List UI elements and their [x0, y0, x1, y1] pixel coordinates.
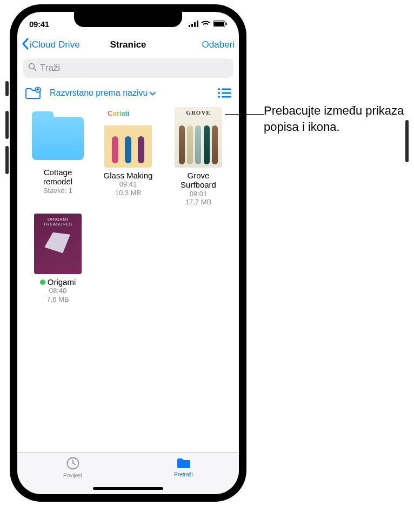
status-time: 09:41: [29, 19, 49, 29]
item-name: Origami: [48, 277, 76, 287]
search-placeholder: Traži: [40, 63, 60, 74]
sort-label: Razvrstano prema nazivu: [50, 88, 148, 98]
phone-notch: [74, 12, 182, 27]
svg-rect-13: [222, 89, 231, 90]
svg-rect-6: [226, 22, 227, 25]
search-field[interactable]: Traži: [23, 58, 233, 78]
phone-screen: 09:41: [17, 12, 239, 494]
clock-icon: [66, 456, 80, 471]
folder-icon: [32, 117, 84, 160]
svg-rect-17: [222, 96, 231, 98]
item-size: 10,3 MB: [115, 189, 141, 197]
svg-rect-2: [194, 22, 196, 27]
sort-button[interactable]: Razvrstano prema nazivu: [50, 88, 156, 98]
back-button[interactable]: iCloud Drive: [22, 38, 80, 52]
document-item[interactable]: Glass Making09:4110,3 MB: [95, 107, 161, 206]
wifi-icon: [201, 19, 210, 29]
cellular-icon: [189, 19, 198, 29]
svg-rect-1: [191, 24, 193, 27]
phone-volume-down: [5, 146, 9, 174]
item-name: Glass Making: [104, 171, 153, 180]
phone-frame: 09:41: [10, 4, 246, 502]
item-time: 09:41: [119, 180, 137, 189]
back-label: iCloud Drive: [30, 39, 80, 50]
items-grid: Cottage remodelStavke: 1Glass Making09:4…: [17, 105, 239, 311]
folder-icon: [176, 456, 191, 470]
svg-point-14: [218, 92, 220, 94]
item-name: Cottage remodel: [28, 168, 88, 187]
tab-label: Pretraži: [174, 471, 192, 477]
svg-rect-5: [214, 22, 224, 26]
nav-bar: iCloud Drive Stranice Odaberi: [17, 36, 239, 56]
svg-point-12: [218, 88, 220, 90]
select-button[interactable]: Odaberi: [202, 39, 235, 50]
document-thumbnail: [175, 107, 222, 168]
document-thumbnail: ORIGAMITREASURES: [34, 214, 82, 274]
toolbar: Razvrstano prema nazivu: [17, 83, 239, 105]
view-mode-button[interactable]: [217, 88, 231, 98]
search-icon: [28, 63, 37, 74]
item-subtitle: Stavke: 1: [43, 187, 72, 195]
item-size: 7,6 MB: [46, 295, 69, 303]
tab-label: Povijest: [63, 473, 82, 478]
document-item[interactable]: Grove Surfboard09:0117,7 MB: [165, 107, 231, 206]
chevron-left-icon: [22, 38, 29, 52]
item-time: 09:01: [190, 190, 208, 198]
document-item[interactable]: ORIGAMITREASURESOrigami08:407,6 MB: [25, 214, 91, 303]
item-name: Grove Surfboard: [169, 171, 228, 190]
callout-line: [225, 114, 264, 115]
folder-item[interactable]: Cottage remodelStavke: 1: [25, 107, 91, 206]
svg-rect-15: [222, 92, 231, 94]
phone-mute-switch: [5, 81, 9, 96]
status-badge: [40, 280, 45, 285]
svg-point-16: [218, 96, 220, 98]
phone-volume-up: [5, 111, 9, 139]
item-time: 08:40: [49, 287, 67, 295]
callout-text: Prebacujte između prikaza popisa i ikona…: [264, 103, 410, 135]
svg-rect-3: [197, 21, 198, 27]
document-thumbnail: [104, 107, 152, 168]
home-indicator: [93, 487, 163, 490]
chevron-down-icon: [150, 88, 156, 98]
new-folder-button[interactable]: [25, 87, 41, 99]
battery-icon: [213, 19, 227, 29]
item-size: 17,7 MB: [185, 198, 211, 206]
svg-line-8: [34, 68, 36, 70]
svg-rect-0: [189, 25, 190, 27]
